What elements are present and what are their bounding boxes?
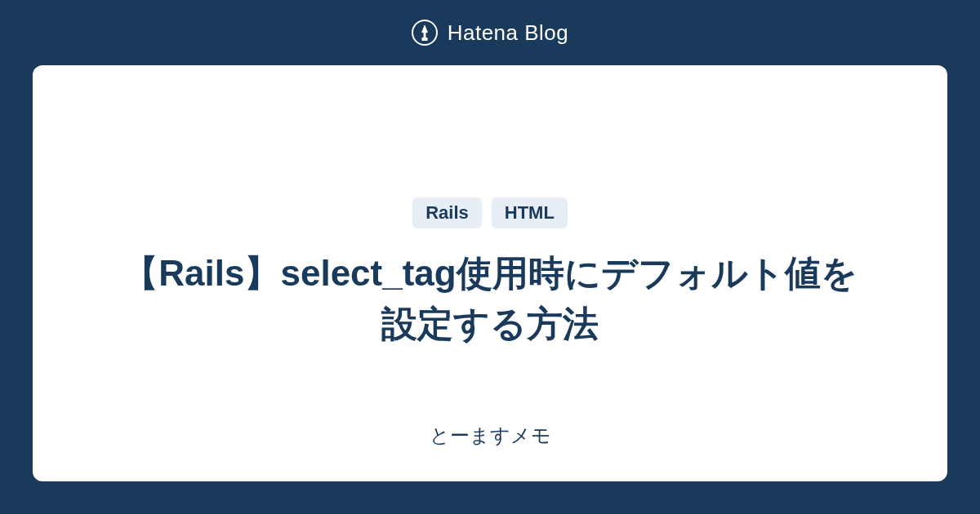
content-card: Rails HTML 【Rails】select_tag使用時にデフォルト値を設… — [33, 65, 947, 481]
tag-rails: Rails — [412, 197, 482, 228]
blog-name: とーますメモ — [430, 423, 551, 449]
article-title: 【Rails】select_tag使用時にデフォルト値を設定する方法 — [122, 248, 858, 348]
header: Hatena Blog — [0, 0, 980, 65]
logo-text: Hatena Blog — [448, 20, 569, 46]
tag-html: HTML — [492, 197, 568, 228]
tag-list: Rails HTML — [412, 197, 568, 228]
hatena-logo-icon — [412, 20, 438, 46]
